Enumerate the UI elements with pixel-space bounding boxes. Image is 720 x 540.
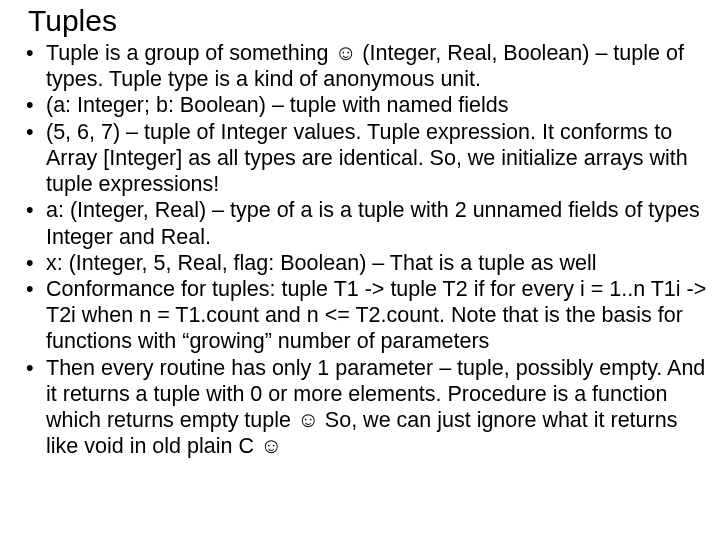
bullet-list: Tuple is a group of something ☺ (Integer… (10, 40, 710, 460)
list-item: Then every routine has only 1 parameter … (42, 355, 710, 460)
list-item: x: (Integer, 5, Real, flag: Boolean) – T… (42, 250, 710, 276)
list-item: Tuple is a group of something ☺ (Integer… (42, 40, 710, 92)
slide-title: Tuples (28, 4, 710, 38)
list-item: (5, 6, 7) – tuple of Integer values. Tup… (42, 119, 710, 198)
list-item: (a: Integer; b: Boolean) – tuple with na… (42, 92, 710, 118)
list-item: a: (Integer, Real) – type of a is a tupl… (42, 197, 710, 249)
list-item: Conformance for tuples: tuple T1 -> tupl… (42, 276, 710, 355)
slide: Tuples Tuple is a group of something ☺ (… (0, 0, 720, 460)
